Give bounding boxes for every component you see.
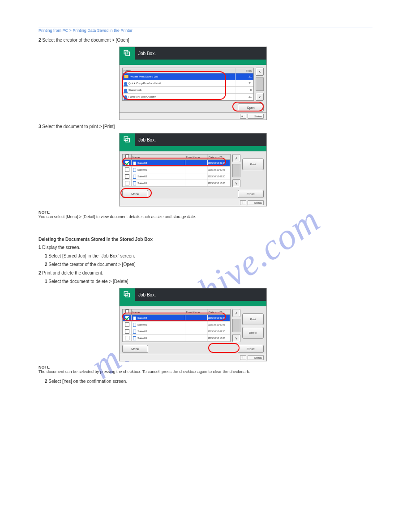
col-user[interactable]: User Name <box>185 309 208 314</box>
col-check-all[interactable] <box>123 309 132 314</box>
row-checkbox[interactable] <box>125 336 129 340</box>
status-enter-icon: ↲ <box>240 200 246 205</box>
note-1: NOTE You can select [Menu] > [Detail] to… <box>39 210 372 219</box>
panel-title: Job Box. <box>135 288 266 301</box>
jobbox-panel-1: Job Box. Name Files Private Print/Stored… <box>119 47 267 120</box>
panel-icon <box>120 47 135 60</box>
jobbox-list[interactable]: Name Files Private Print/Stored Job 21 Q… <box>122 68 254 101</box>
table-row[interactable]: Sales03 2015/10/10 09:45 <box>123 322 230 328</box>
page-header: Printing from PC > Printing Data Saved i… <box>39 27 372 33</box>
col-user[interactable]: User Name <box>185 154 208 159</box>
row-checkbox[interactable] <box>125 181 129 185</box>
doc-icon <box>133 175 136 179</box>
jobbox-panel-2: Job Box. Name User Name Date and Ti... S… <box>119 133 267 206</box>
row-checkbox[interactable] <box>125 161 129 165</box>
close-button[interactable]: Close <box>238 345 264 353</box>
table-row[interactable]: Sales02 2015/10/10 09:50 <box>123 173 230 180</box>
step-1a: 1 Select [Stored Job] in the "Job Box" s… <box>45 253 372 259</box>
folder-icon <box>124 75 128 78</box>
col-date[interactable]: Date and Ti... <box>208 309 230 314</box>
table-row[interactable]: Sales02 2015/10/10 09:50 <box>123 328 230 335</box>
open-button[interactable]: Open <box>238 103 264 112</box>
table-row[interactable]: Sales04 2015/10/10 09:40 <box>123 160 230 167</box>
table-row[interactable]: Sales03 2015/10/10 09:45 <box>123 167 230 173</box>
doc-icon <box>133 323 136 327</box>
step-3a: 1 Select the document to delete > [Delet… <box>45 279 372 284</box>
row-checkbox[interactable] <box>125 167 129 172</box>
panel-icon <box>120 133 135 146</box>
status-enter-icon: ↲ <box>240 114 246 119</box>
status-enter-icon: ↲ <box>240 355 246 360</box>
list-item[interactable]: Private Print/Stored Job 21 <box>123 73 253 80</box>
step-2c: 3 Select the document to print > [Print] <box>39 124 372 129</box>
delete-confirm-step: 2 Select [Yes] on the confirmation scree… <box>45 378 372 384</box>
col-name[interactable]: Name <box>132 154 185 159</box>
doc-icon <box>133 330 136 334</box>
status-label: Status <box>248 355 264 360</box>
panel-icon <box>120 288 135 301</box>
col-date[interactable]: Date and Ti... <box>208 154 230 159</box>
delete-button[interactable]: Delete <box>242 327 264 339</box>
scroll-up-button[interactable]: ∧ <box>232 309 240 317</box>
header-left: Printing from PC > Printing Data Saved i… <box>39 28 133 33</box>
status-label: Status <box>248 114 264 119</box>
doc-icon <box>133 168 136 172</box>
list-item[interactable]: Stored Job 0 <box>123 87 253 94</box>
doc-icon <box>133 181 136 185</box>
doc-icon <box>133 161 136 165</box>
section-title: Deleting the Documents Stored in the Sto… <box>39 237 372 242</box>
step-1-heading: 1 Display the screen. <box>39 245 372 250</box>
col-files: Files <box>235 68 253 73</box>
col-name: Name <box>123 68 235 73</box>
document-list[interactable]: Name User Name Date and Ti... Sales04 20… <box>122 154 231 187</box>
doc-icon <box>133 336 136 340</box>
panel-title: Job Box. <box>135 133 266 146</box>
status-label: Status <box>248 200 264 205</box>
note-3: NOTE The document can be selected by pre… <box>39 365 372 374</box>
scroll-down-button[interactable]: ∨ <box>232 334 240 342</box>
row-checkbox[interactable] <box>125 329 129 334</box>
step-2b: 2 Select the creator of the document > [… <box>39 37 372 43</box>
menu-button[interactable]: Menu <box>122 345 148 353</box>
menu-button[interactable]: Menu <box>122 190 148 198</box>
col-check-all[interactable] <box>123 154 132 159</box>
print-button[interactable]: Print <box>242 159 264 170</box>
table-row[interactable]: Sales01 2015/10/10 10:00 <box>123 335 230 342</box>
step-3-heading: 2 Print and delete the document. <box>39 270 372 276</box>
col-name[interactable]: Name <box>132 309 185 314</box>
table-row[interactable]: Sales01 2015/10/10 10:00 <box>123 180 230 187</box>
user-icon <box>124 82 127 85</box>
row-checkbox[interactable] <box>125 316 129 320</box>
scroll-up-button[interactable]: ∧ <box>256 68 264 76</box>
user-icon <box>124 95 127 99</box>
panel-title: Job Box. <box>135 47 266 60</box>
row-checkbox[interactable] <box>125 174 129 179</box>
scroll-down-button[interactable]: ∨ <box>232 179 240 187</box>
scroll-up-button[interactable]: ∧ <box>232 154 240 162</box>
row-checkbox[interactable] <box>125 322 129 327</box>
table-row[interactable]: Sales04 2015/10/10 09:40 <box>123 315 230 322</box>
document-list[interactable]: Name User Name Date and Ti... Sales04 20… <box>122 309 231 342</box>
list-item[interactable]: Form for Form Overlay 21 <box>123 94 253 100</box>
user-icon <box>124 89 127 92</box>
list-item[interactable]: Quick Copy/Proof and Hold 21 <box>123 80 253 87</box>
jobbox-panel-3: Job Box. Name User Name Date and Ti... S… <box>119 288 267 361</box>
close-button[interactable]: Close <box>238 190 264 198</box>
step-1b: 2 Select the creator of the document > [… <box>45 262 372 267</box>
scroll-down-button[interactable]: ∨ <box>256 93 264 101</box>
doc-icon <box>133 316 136 320</box>
print-button[interactable]: Print <box>242 313 264 325</box>
